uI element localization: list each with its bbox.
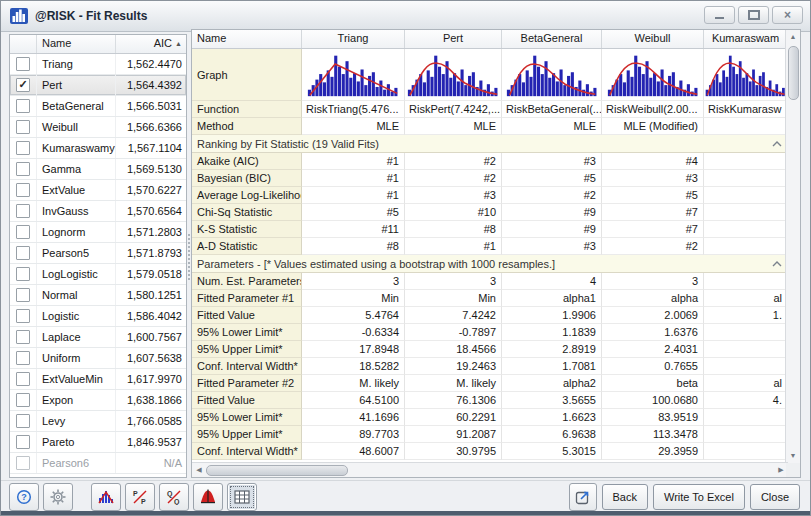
pp-plot-button[interactable]: P P (125, 483, 155, 511)
fit-checkbox[interactable] (16, 393, 30, 407)
fit-checkbox[interactable] (16, 330, 30, 344)
statistics-grid-button[interactable] (227, 483, 257, 511)
list-item[interactable]: Expon1,638.1866 (10, 390, 186, 411)
fit-comparison-graph-button[interactable] (91, 483, 121, 511)
fit-checkbox[interactable] (16, 57, 30, 71)
fit-checkbox[interactable] (16, 435, 30, 449)
fit-checkbox[interactable] (16, 204, 30, 218)
name-column-header[interactable]: Name (37, 35, 116, 53)
value-cell: 18.4566 (405, 341, 502, 358)
maximize-button[interactable] (738, 6, 769, 24)
density-graph-button[interactable] (193, 483, 223, 511)
fit-checkbox[interactable] (16, 141, 30, 155)
list-item[interactable]: Uniform1,607.5638 (10, 348, 186, 369)
list-item[interactable]: Pearson6N/A (10, 453, 186, 474)
fit-checkbox[interactable] (16, 372, 30, 386)
list-item[interactable]: Logistic1,586.4042 (10, 306, 186, 327)
fit-checkbox[interactable] (16, 246, 30, 260)
close-dialog-button[interactable]: Close (750, 484, 800, 510)
value-cell (704, 409, 788, 426)
minimize-button[interactable] (704, 6, 735, 24)
value-cell: 3.5655 (502, 392, 602, 409)
list-item[interactable]: BetaGeneral1,566.5031 (10, 96, 186, 117)
write-to-excel-button[interactable]: Write To Excel (653, 484, 745, 510)
fit-checkbox[interactable] (16, 225, 30, 239)
fit-checkbox[interactable] (16, 99, 30, 113)
fit-checkbox[interactable] (16, 456, 30, 470)
fit-checkbox[interactable] (16, 351, 30, 365)
value-cell: 48.6007 (302, 443, 405, 460)
table-row: Fitted Value5.47647.42421.99062.00691. (192, 307, 788, 324)
vertical-scrollbar[interactable]: ▲ ▼ (785, 30, 800, 463)
fit-name-cell: Lognorm (37, 222, 116, 242)
value-cell (704, 238, 788, 255)
fit-column-header[interactable]: Pert (405, 30, 502, 48)
list-item[interactable]: Kumaraswamy1,567.1104 (10, 138, 186, 159)
vertical-scroll-thumb[interactable] (788, 46, 799, 100)
fit-checkbox[interactable]: ✓ (16, 78, 30, 92)
list-item[interactable]: Triang1,562.4470 (10, 54, 186, 75)
fit-checkbox[interactable] (16, 120, 30, 134)
list-item[interactable]: InvGauss1,570.6564 (10, 201, 186, 222)
horizontal-scrollbar[interactable]: ◀ ▶ (192, 462, 788, 477)
scroll-down-icon[interactable]: ▼ (786, 449, 800, 463)
list-item[interactable]: Pareto1,846.9537 (10, 432, 186, 453)
list-item[interactable]: ✓Pert1,564.4392 (10, 75, 186, 96)
fit-column-header[interactable]: Kumaraswam (704, 30, 788, 48)
checkbox-cell (10, 159, 37, 179)
fit-checkbox[interactable] (16, 162, 30, 176)
list-item[interactable]: LogLogistic1,579.0518 (10, 264, 186, 285)
value-cell (704, 443, 788, 460)
list-item[interactable]: Levy1,766.0585 (10, 411, 186, 432)
close-button[interactable]: × (772, 6, 803, 24)
list-item[interactable]: Pearson51,571.8793 (10, 243, 186, 264)
titlebar[interactable]: @RISK - Fit Results × (1, 1, 810, 32)
list-item[interactable]: Laplace1,600.7567 (10, 327, 186, 348)
table-row: Chi-Sq Statistic#5#10#9#7 (192, 204, 788, 221)
footer-toolbar: ? (1, 480, 810, 512)
qq-plot-button[interactable]: Q Q (159, 483, 189, 511)
back-button[interactable]: Back (602, 484, 648, 510)
fit-name-cell: Pareto (37, 432, 116, 452)
export-button[interactable] (569, 483, 597, 511)
svg-text:Q: Q (167, 490, 173, 498)
fit-checkbox[interactable] (16, 309, 30, 323)
list-item[interactable]: ExtValue1,570.6227 (10, 180, 186, 201)
settings-button[interactable] (43, 483, 73, 511)
fit-checkbox[interactable] (16, 288, 30, 302)
value-cell: #9 (502, 204, 602, 221)
fit-column-header[interactable]: Weibull (602, 30, 704, 48)
fit-checkbox[interactable] (16, 183, 30, 197)
list-item[interactable]: ExtValueMin1,617.9970 (10, 369, 186, 390)
fit-checkbox[interactable] (16, 414, 30, 428)
aic-column-header[interactable]: AIC▲ (116, 35, 186, 53)
list-item[interactable]: Weibull1,566.6366 (10, 117, 186, 138)
graph-cell (405, 49, 502, 101)
value-cell: 113.3478 (602, 426, 704, 443)
section-header-row: Parameters - [* Values estimated using a… (192, 255, 788, 273)
collapse-chevron-icon[interactable] (772, 261, 782, 267)
value-cell: 6.9638 (502, 426, 602, 443)
fit-name-cell: LogLogistic (37, 264, 116, 284)
value-cell: M. likely (405, 375, 502, 392)
list-item[interactable]: Lognorm1,571.2803 (10, 222, 186, 243)
value-cell: #2 (602, 238, 704, 255)
horizontal-scroll-thumb[interactable] (206, 465, 348, 476)
fit-column-header[interactable]: BetaGeneral (502, 30, 602, 48)
fit-graph-thumbnail (505, 52, 599, 98)
svg-text:Q: Q (174, 498, 180, 505)
scroll-left-icon[interactable]: ◀ (192, 463, 206, 477)
fit-name-cell: Pert (37, 75, 116, 95)
fit-checkbox[interactable] (16, 267, 30, 281)
fit-aic-cell: 1,580.1251 (116, 289, 186, 301)
table-row: 95% Upper Limit*89.770391.20876.9638113.… (192, 426, 788, 443)
list-item[interactable]: Gamma1,569.5130 (10, 159, 186, 180)
collapse-chevron-icon[interactable] (772, 141, 782, 147)
list-item[interactable]: Normal1,580.1251 (10, 285, 186, 306)
value-cell: 100.0680 (602, 392, 704, 409)
value-cell: 83.9519 (602, 409, 704, 426)
scroll-up-icon[interactable]: ▲ (786, 30, 800, 44)
value-cell: 17.8948 (302, 341, 405, 358)
help-button[interactable]: ? (9, 483, 39, 511)
fit-column-header[interactable]: Triang (302, 30, 405, 48)
